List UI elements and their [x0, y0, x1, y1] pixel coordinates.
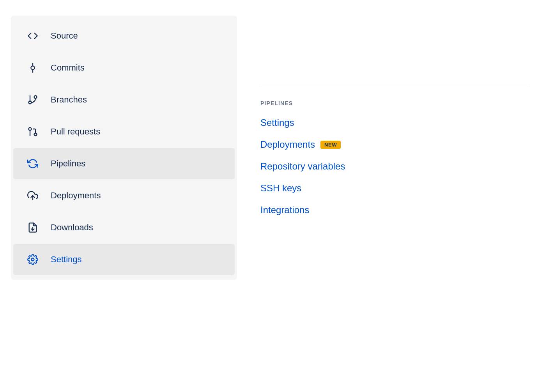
pull-requests-icon [26, 125, 40, 139]
repo-variables-link[interactable]: Repository variables [260, 161, 529, 172]
sidebar-label-pipelines: Pipelines [51, 159, 85, 169]
integrations-link-label: Integrations [260, 205, 309, 215]
branches-icon [26, 93, 40, 107]
svg-point-11 [32, 258, 34, 261]
deployments-link-label: Deployments [260, 139, 315, 150]
repo-variables-link-label: Repository variables [260, 161, 345, 172]
layout: Source Commits [0, 8, 552, 384]
downloads-icon [26, 221, 40, 235]
integrations-link[interactable]: Integrations [260, 205, 529, 215]
sidebar-item-source[interactable]: Source [13, 20, 235, 51]
sidebar-label-downloads: Downloads [51, 222, 93, 233]
settings-gear-icon [26, 253, 40, 267]
sidebar-item-commits[interactable]: Commits [13, 52, 235, 83]
sidebar-item-pull-requests[interactable]: Pull requests [13, 116, 235, 147]
source-icon [26, 29, 40, 43]
new-badge: NEW [320, 141, 341, 149]
pipelines-icon [26, 157, 40, 171]
sidebar: Source Commits [11, 16, 237, 280]
deployments-link[interactable]: Deployments NEW [260, 139, 529, 150]
sidebar-item-branches[interactable]: Branches [13, 84, 235, 115]
sidebar-item-deployments[interactable]: Deployments [13, 180, 235, 211]
ssh-keys-link-label: SSH keys [260, 183, 301, 194]
sidebar-label-commits: Commits [51, 63, 85, 73]
sidebar-label-settings: Settings [51, 254, 82, 265]
sidebar-label-deployments: Deployments [51, 191, 101, 201]
sidebar-label-source: Source [51, 31, 78, 41]
pipelines-section-heading: PIPELINES [260, 100, 529, 106]
settings-link[interactable]: Settings [260, 117, 529, 128]
deployments-icon [26, 189, 40, 203]
sidebar-label-pull-requests: Pull requests [51, 127, 100, 137]
svg-point-0 [31, 66, 34, 69]
sidebar-item-downloads[interactable]: Downloads [13, 212, 235, 243]
sidebar-item-pipelines[interactable]: Pipelines [13, 148, 235, 179]
sidebar-item-settings[interactable]: Settings [13, 244, 235, 275]
commits-icon [26, 61, 40, 75]
settings-link-label: Settings [260, 117, 294, 128]
ssh-keys-link[interactable]: SSH keys [260, 183, 529, 194]
section-divider [260, 86, 529, 86]
right-panel: PIPELINES Settings Deployments NEW Repos… [237, 16, 552, 226]
sidebar-label-branches: Branches [51, 95, 87, 105]
